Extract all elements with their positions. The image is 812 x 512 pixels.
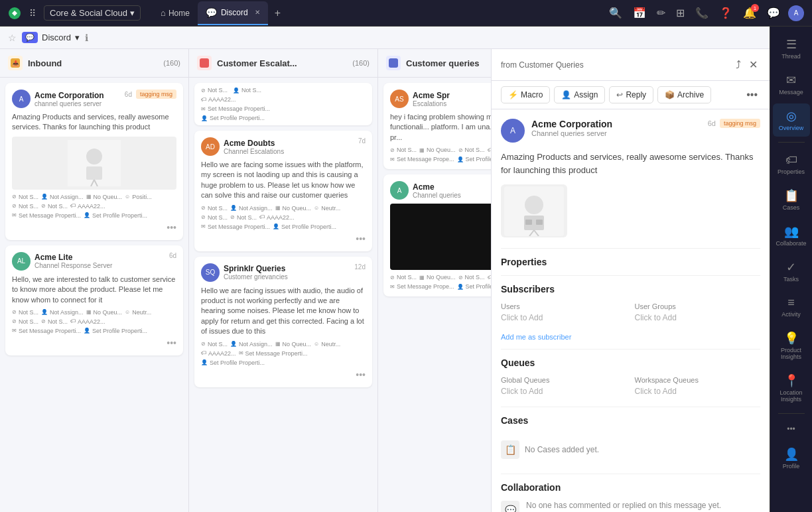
card-acme-lite-sender: AL Acme Lite Channel Response Server — [12, 252, 112, 271]
notification-badge: 1 — [751, 4, 759, 12]
reply-button[interactable]: ↩ Reply — [609, 86, 653, 103]
queues-grid: Global Queues Click to Add Workspace Que… — [501, 376, 760, 396]
sidebar-item-overview[interactable]: ◎ Overview — [773, 103, 810, 137]
location-insights-icon: 📍 — [784, 373, 799, 388]
archive-icon: 📦 — [665, 90, 675, 99]
apps-icon[interactable]: ⊞ — [673, 4, 687, 22]
sidebar-item-cases[interactable]: 📋 Cases — [773, 183, 810, 216]
message-icon: ✉ — [786, 73, 796, 88]
sidebar-item-activity[interactable]: ≡ Activity — [773, 290, 810, 323]
svg-rect-15 — [525, 220, 532, 225]
phone-icon[interactable]: 📞 — [693, 4, 711, 22]
detail-message-body: Amazing Products and services, really aw… — [501, 151, 760, 176]
toolbar-more-button[interactable]: ••• — [744, 86, 760, 103]
global-queues-placeholder[interactable]: Click to Add — [501, 387, 627, 396]
search-icon[interactable]: 🔍 — [606, 4, 625, 22]
card-acme-spr-channel: Escalations — [413, 100, 450, 107]
archive-button[interactable]: 📦 Archive — [657, 86, 711, 103]
user-groups-group: User Groups Click to Add — [635, 302, 761, 322]
card-acme-doubts-body: Hello we are facing some issues with the… — [201, 160, 366, 201]
escalations-column-body: ⊘Not S... 👤Not S... 🏷AAAA22... ✉Set Mess… — [189, 78, 377, 512]
sidebar-item-product-insights[interactable]: 💡 Product Insights — [773, 326, 810, 365]
edit-icon[interactable]: ✏ — [654, 4, 668, 22]
card-acme-lite-body: Hello, we are interested to talk to cust… — [12, 275, 176, 305]
channel-header: ☆ 💬 Discord ▾ ℹ — [0, 27, 770, 49]
discord-tab-label: Discord — [221, 8, 248, 17]
card-acme-lite[interactable]: AL Acme Lite Channel Response Server 6d … — [5, 245, 183, 355]
discord-tab-close[interactable]: ✕ — [255, 9, 260, 16]
sidebar-item-location-insights[interactable]: 📍 Location Insights — [773, 368, 810, 408]
cases-icon: 📋 — [784, 188, 799, 203]
channel-info: 💬 Discord ▾ — [22, 32, 80, 43]
detail-source-label: from Customer Queries — [501, 60, 733, 70]
card-acme[interactable]: A Acme Channel queries — [383, 174, 491, 296]
sidebar-item-properties[interactable]: 🏷 Properties — [773, 148, 810, 180]
sidebar-item-more[interactable]: ••• — [773, 419, 810, 439]
global-queues-label: Global Queues — [501, 376, 627, 384]
card-acme-doubts-more[interactable]: ••• — [356, 233, 366, 244]
card-acme-corp-more[interactable]: ••• — [167, 222, 176, 233]
column-customer-queries-header: Customer queries (16... — [378, 49, 491, 78]
card-sprinklr-queries-channel: Customer grievancies — [224, 273, 288, 281]
grid-icon[interactable]: ⠿ — [27, 5, 38, 21]
brand-chevron: ▾ — [130, 8, 135, 18]
card-acme-lite-more[interactable]: ••• — [167, 338, 176, 348]
customer-queries-column-icon — [386, 56, 401, 70]
card-acme-spr[interactable]: AS Acme Spr Escalations hey i facing pro… — [383, 83, 491, 169]
cases-empty-text: No Cases added yet. — [525, 445, 599, 454]
meta-status: ⊘Not S... — [12, 194, 38, 200]
close-button[interactable]: ✕ — [746, 56, 760, 74]
sidebar-item-profile[interactable]: 👤 Profile — [773, 442, 810, 475]
detail-panel-actions: ⤴ ✕ — [733, 56, 760, 74]
customer-queries-column-body: AS Acme Spr Escalations hey i facing pro… — [378, 78, 491, 512]
nav-right: 🔍 📅 ✏ ⊞ 📞 ❓ 🔔 1 💬 A — [606, 4, 804, 22]
sidebar-item-tasks[interactable]: ✓ Tasks — [773, 255, 810, 288]
card-escalations-top[interactable]: ⊘Not S... 👤Not S... 🏷AAAA22... ✉Set Mess… — [194, 83, 372, 125]
card-acme-doubts[interactable]: AD Acme Doubts Channel Escalations 7d He… — [194, 131, 372, 251]
discord-tab[interactable]: 💬 Discord ✕ — [198, 1, 268, 25]
card-acme-doubts-channel: Channel Escalations — [224, 148, 284, 155]
card-acme-corp-header: A Acme Corporation channel queries serve… — [12, 90, 176, 108]
bell-icon[interactable]: 🔔 1 — [740, 4, 759, 22]
escalations-column-title: Customer Escalat... — [217, 58, 347, 68]
assign-button[interactable]: 👤 Assign — [554, 86, 605, 103]
divider-2 — [501, 275, 760, 276]
card-sprinklr-queries-more[interactable]: ••• — [356, 369, 366, 380]
cases-sidebar-label: Cases — [783, 204, 800, 211]
card-acme-spr-sender: AS Acme Spr Escalations — [390, 90, 450, 108]
card-acme-lite-header: AL Acme Lite Channel Response Server 6d — [12, 252, 176, 271]
share-button[interactable]: ⤴ — [733, 56, 744, 74]
sidebar-item-collaborate[interactable]: 👥 Collaborate — [773, 219, 810, 252]
macro-button[interactable]: ⚡ Macro — [501, 86, 550, 103]
collaboration-content: No one has commented or replied on this … — [526, 501, 721, 512]
calendar-icon[interactable]: 📅 — [630, 4, 649, 22]
detail-sender-channel: Channel queries server — [531, 129, 701, 137]
home-tab[interactable]: ⌂ Home — [154, 1, 196, 25]
meta-status2: ⊘Not S... — [12, 203, 38, 210]
sidebar-item-thread[interactable]: ☰ Thread — [773, 32, 810, 65]
meta-assign: 👤Not Assign... — [41, 194, 84, 200]
star-button[interactable]: ☆ — [8, 32, 17, 43]
help-icon[interactable]: ❓ — [716, 4, 735, 22]
user-groups-placeholder[interactable]: Click to Add — [635, 313, 761, 322]
divider-1 — [501, 248, 760, 249]
chat-icon[interactable]: 💬 — [764, 4, 783, 22]
card-acme-spr-meta: ⊘Not S... ▦No Queu... ⊘Not S... 🏷AAAA22.… — [390, 147, 491, 162]
channel-info-button[interactable]: ℹ — [85, 32, 88, 43]
add-tab-button[interactable]: + — [269, 5, 286, 22]
card-sprinklr-queries[interactable]: SQ Sprinklr Queries Customer grievancies… — [194, 257, 372, 387]
collaborate-icon: 👥 — [784, 224, 799, 239]
channel-chevron[interactable]: ▾ — [75, 32, 80, 42]
card-acme-corp-sender: A Acme Corporation channel queries serve… — [12, 90, 104, 108]
user-avatar[interactable]: A — [788, 5, 804, 21]
message-sidebar-label: Message — [779, 89, 803, 96]
add-me-subscriber-link[interactable]: Add me as subscriber — [501, 333, 760, 341]
card-sprinklr-queries-avatar: SQ — [201, 263, 220, 282]
brand-dropdown[interactable]: Core & Social Cloud ▾ — [44, 5, 141, 21]
macro-label: Macro — [521, 90, 543, 99]
card-acme-corp[interactable]: A Acme Corporation channel queries serve… — [5, 83, 183, 240]
sidebar-item-message[interactable]: ✉ Message — [773, 68, 810, 101]
users-placeholder[interactable]: Click to Add — [501, 313, 627, 322]
workspace-queues-placeholder[interactable]: Click to Add — [635, 387, 761, 396]
main-layout: ☆ 💬 Discord ▾ ℹ 📥 — [0, 27, 812, 512]
